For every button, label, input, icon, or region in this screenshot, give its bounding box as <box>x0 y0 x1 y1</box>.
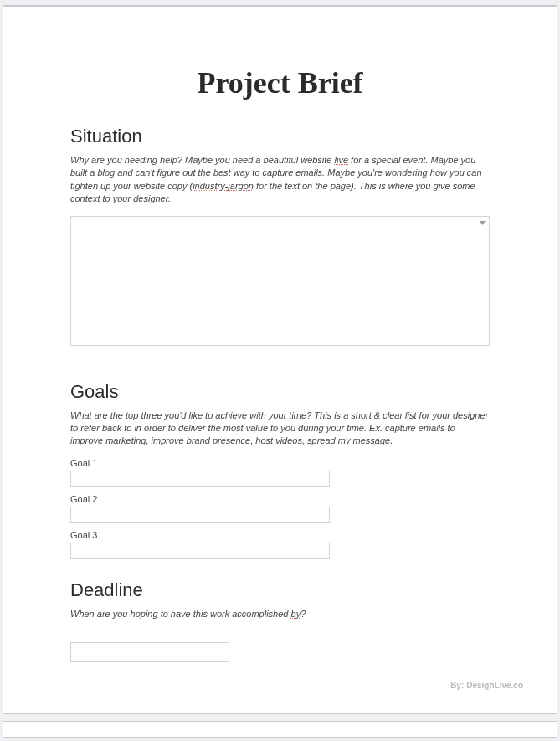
page-title: Project Brief <box>45 65 515 100</box>
goals-heading: Goals <box>70 381 515 403</box>
goal-1-input[interactable] <box>70 471 330 487</box>
next-page-peek <box>3 721 557 738</box>
situation-section: Situation Why are you needing help? Mayb… <box>45 126 515 349</box>
goal-label: Goal 2 <box>70 494 515 504</box>
situation-prompt: Why are you needing help? Maybe you need… <box>70 154 490 206</box>
goal-label: Goal 1 <box>70 458 515 468</box>
situation-prompt-text-1: Why are you needing help? Maybe you need… <box>70 155 335 165</box>
document-page: Project Brief Situation Why are you need… <box>3 6 557 714</box>
spellcheck-underline[interactable]: by <box>291 609 301 619</box>
situation-input[interactable] <box>70 216 490 346</box>
spellcheck-underline[interactable]: live <box>335 155 349 165</box>
goals-prompt: What are the top three you'd like to ach… <box>70 409 490 448</box>
deadline-section: Deadline When are you hoping to have thi… <box>45 579 515 662</box>
deadline-prompt: When are you hoping to have this work ac… <box>70 608 490 620</box>
goal-3-input[interactable] <box>70 543 330 559</box>
situation-heading: Situation <box>70 126 515 147</box>
byline: By: DesignLive.co <box>450 681 523 690</box>
goals-section: Goals What are the top three you'd like … <box>45 381 515 559</box>
goal-row: Goal 3 <box>70 530 515 559</box>
deadline-prompt-text-1: When are you hoping to have this work ac… <box>70 609 291 619</box>
goals-prompt-text-2: my message. <box>336 435 393 445</box>
situation-textarea-wrap <box>70 216 490 349</box>
deadline-input[interactable] <box>70 642 229 662</box>
goal-2-input[interactable] <box>70 507 330 523</box>
goal-row: Goal 1 <box>70 458 515 487</box>
deadline-heading: Deadline <box>70 579 515 601</box>
spellcheck-underline[interactable]: industry-jargon <box>193 181 254 191</box>
spellcheck-underline[interactable]: spread <box>307 435 336 445</box>
dropdown-caret-icon[interactable] <box>478 219 486 228</box>
goal-label: Goal 3 <box>70 530 515 540</box>
goal-row: Goal 2 <box>70 494 515 523</box>
deadline-prompt-text-2: ? <box>301 609 306 619</box>
goals-prompt-text-1: What are the top three you'd like to ach… <box>70 410 488 446</box>
